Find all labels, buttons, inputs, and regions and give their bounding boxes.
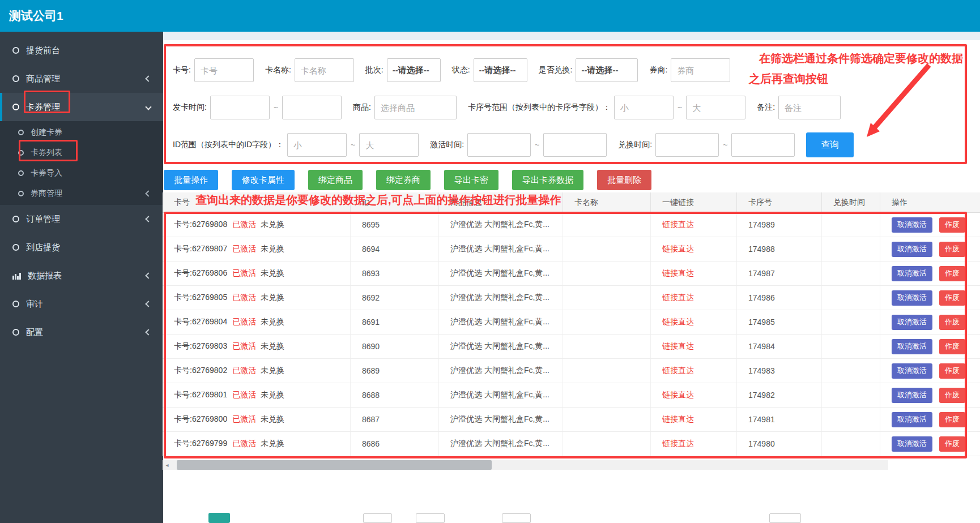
pagination-box[interactable] <box>769 513 801 523</box>
sidebar-item-label: 商品管理 <box>26 74 60 84</box>
redeem-time-to-input[interactable] <box>731 133 795 157</box>
status-activated: 已激活 <box>232 220 256 230</box>
card-no-input[interactable] <box>194 58 254 82</box>
serial-range-max-input[interactable] <box>686 96 745 119</box>
void-button[interactable]: 作废 <box>939 388 965 403</box>
sidebar-item-goods-mgmt[interactable]: 商品管理 <box>0 65 163 93</box>
pagination-teal-button[interactable] <box>208 513 230 523</box>
sidebar-item-card-list[interactable]: 卡券列表 <box>0 143 163 163</box>
void-button[interactable]: 作废 <box>939 217 965 233</box>
deactivate-button[interactable]: 取消激活 <box>892 290 932 306</box>
vendor-input[interactable] <box>671 58 730 82</box>
direct-link[interactable]: 链接直达 <box>662 244 694 254</box>
activate-time-from-input[interactable] <box>467 133 531 157</box>
search-button[interactable]: 查询 <box>806 132 854 157</box>
sidebar-item-pickup-front[interactable]: 提货前台 <box>0 36 163 65</box>
void-button[interactable]: 作废 <box>939 363 965 379</box>
status-activated: 已激活 <box>232 317 256 327</box>
link-cell: 链接直达 <box>650 310 736 334</box>
card-no-cell: 卡号:62769806已激活未兑换 <box>163 262 350 285</box>
pagination-box[interactable] <box>416 513 445 523</box>
card-no-cell: 卡号:62769799已激活未兑换 <box>163 432 350 456</box>
void-button[interactable]: 作废 <box>939 315 965 330</box>
card-name-input[interactable] <box>295 58 354 82</box>
bulk-action-button[interactable]: 批量操作 <box>164 170 218 190</box>
pagination-box[interactable] <box>363 513 392 523</box>
bulk-action-button[interactable]: 绑定券商 <box>376 170 431 190</box>
void-button[interactable]: 作废 <box>939 436 965 452</box>
direct-link[interactable]: 链接直达 <box>662 293 694 303</box>
sidebar-item-card-mgmt[interactable]: 卡券管理 <box>0 93 163 121</box>
deactivate-button[interactable]: 取消激活 <box>892 339 932 354</box>
operation-cell: 取消激活作废 <box>880 408 980 431</box>
direct-link[interactable]: 链接直达 <box>662 317 694 327</box>
product-cell: 沪澄优选 大闸蟹礼盒Fc,黄... <box>438 286 563 310</box>
link-cell: 链接直达 <box>650 383 736 407</box>
status-select[interactable]: --请选择-- <box>474 58 527 82</box>
deactivate-button[interactable]: 取消激活 <box>892 363 932 379</box>
redeemed-select[interactable]: --请选择-- <box>576 58 638 82</box>
void-button[interactable]: 作废 <box>939 266 965 281</box>
sidebar-item-data-report[interactable]: 数据报表 <box>0 262 163 290</box>
id-range-min-input[interactable] <box>287 133 347 157</box>
redeem-time-cell <box>821 262 880 285</box>
void-button[interactable]: 作废 <box>939 412 965 427</box>
deactivate-button[interactable]: 取消激活 <box>892 388 932 403</box>
serial-cell: 174988 <box>736 237 821 261</box>
link-cell: 链接直达 <box>650 286 736 310</box>
issue-time-to-input[interactable] <box>282 96 342 119</box>
direct-link[interactable]: 链接直达 <box>662 366 694 376</box>
card-number: 卡号:62769801 <box>174 390 227 400</box>
direct-link[interactable]: 链接直达 <box>662 220 694 230</box>
void-button[interactable]: 作废 <box>939 242 965 257</box>
sidebar-item-create-card[interactable]: 创建卡券 <box>0 122 163 143</box>
product-label: 商品: <box>353 102 371 113</box>
direct-link[interactable]: 链接直达 <box>662 268 694 278</box>
filter-vendor: 券商: <box>649 58 730 82</box>
direct-link[interactable]: 链接直达 <box>662 390 694 400</box>
direct-link[interactable]: 链接直达 <box>662 341 694 351</box>
sidebar-item-config[interactable]: 配置 <box>0 318 163 346</box>
card-no-cell: 卡号:62769800已激活未兑换 <box>163 408 350 431</box>
void-button[interactable]: 作废 <box>939 290 965 306</box>
deactivate-button[interactable]: 取消激活 <box>892 436 932 452</box>
scroll-left-arrow-icon[interactable]: ◂ <box>163 460 172 470</box>
bulk-action-button[interactable]: 修改卡属性 <box>232 170 295 190</box>
sidebar-item-order-mgmt[interactable]: 订单管理 <box>0 205 163 233</box>
activate-time-to-input[interactable] <box>543 133 607 157</box>
deactivate-button[interactable]: 取消激活 <box>892 412 932 427</box>
issue-time-from-input[interactable] <box>210 96 270 119</box>
id-cell: 8690 <box>350 335 438 358</box>
bulk-action-button[interactable]: 绑定商品 <box>308 170 363 190</box>
sidebar-item-card-import[interactable]: 卡券导入 <box>0 163 163 183</box>
redeem-time-from-input[interactable] <box>655 133 719 157</box>
serial-range-min-input[interactable] <box>614 96 674 119</box>
id-range-max-input[interactable] <box>359 133 419 157</box>
scrollbar-thumb[interactable] <box>177 460 492 470</box>
batch-select[interactable]: --请选择-- <box>387 58 441 82</box>
void-button[interactable]: 作废 <box>939 339 965 354</box>
deactivate-button[interactable]: 取消激活 <box>892 217 932 233</box>
bulk-action-button[interactable]: 导出卡密 <box>444 170 498 190</box>
horizontal-scrollbar[interactable]: ◂ <box>163 460 888 470</box>
serial-cell: 174983 <box>736 359 821 383</box>
card-no-cell: 卡号:62769808已激活未兑换 <box>163 213 350 237</box>
table-header-row: 卡号ID商品信息卡名称一键链接卡序号兑换时间操作 <box>163 192 980 213</box>
sidebar-item-store-pickup[interactable]: 到店提货 <box>0 233 163 262</box>
deactivate-button[interactable]: 取消激活 <box>892 315 932 330</box>
column-header: ID <box>350 192 438 213</box>
direct-link[interactable]: 链接直达 <box>662 414 694 425</box>
product-cell: 沪澄优选 大闸蟹礼盒Fc,黄... <box>438 383 563 407</box>
pagination-box[interactable] <box>502 513 531 523</box>
remark-input[interactable] <box>778 96 841 119</box>
sidebar-item-audit[interactable]: 审计 <box>0 290 163 318</box>
direct-link[interactable]: 链接直达 <box>662 439 694 449</box>
status-unredeemed: 未兑换 <box>261 439 284 449</box>
sidebar-item-vendor-mgmt[interactable]: 券商管理 <box>0 183 163 204</box>
product-input[interactable] <box>374 96 457 119</box>
deactivate-button[interactable]: 取消激活 <box>892 266 932 281</box>
sidebar-item-label: 提货前台 <box>26 45 60 56</box>
bulk-action-button[interactable]: 批量删除 <box>597 170 651 190</box>
bulk-action-button[interactable]: 导出卡券数据 <box>512 170 583 190</box>
deactivate-button[interactable]: 取消激活 <box>892 242 932 257</box>
